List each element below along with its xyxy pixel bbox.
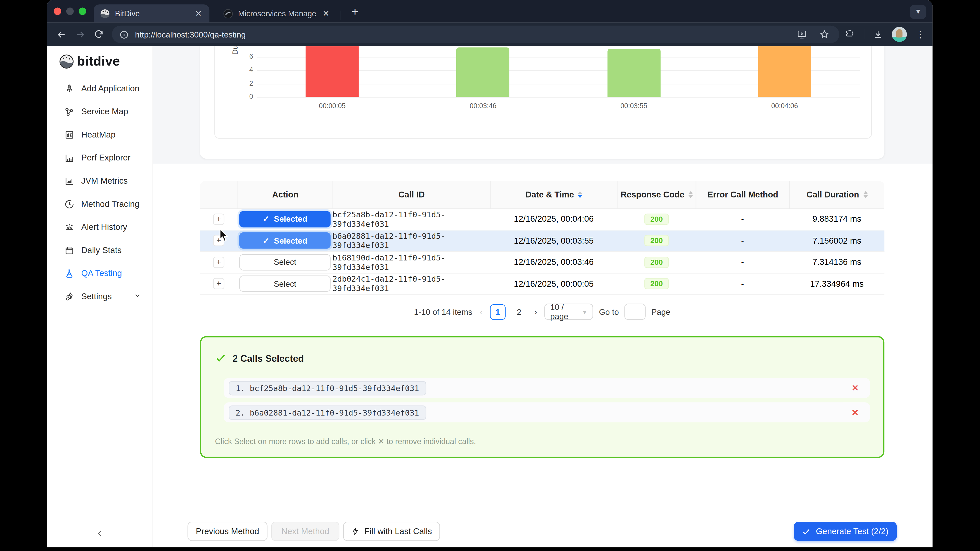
next-page-icon[interactable]: ›	[533, 307, 539, 317]
sidebar-collapse-button[interactable]	[96, 529, 104, 540]
page-button-1[interactable]: 1	[490, 304, 506, 319]
downloads-icon[interactable]	[873, 29, 883, 39]
settings-icon	[64, 291, 74, 301]
sidebar-item-add-application[interactable]: Add Application	[47, 77, 153, 100]
tab-divider	[341, 11, 341, 20]
page-button-2[interactable]: 2	[511, 304, 527, 319]
bookmark-star-icon[interactable]	[819, 29, 829, 39]
calls-table: Action Call ID Date & Time Response Code…	[200, 181, 885, 295]
sidebar-item-qa-testing[interactable]: QA Testing	[47, 262, 153, 285]
tab-close-icon[interactable]: ✕	[321, 9, 331, 18]
sidebar-item-service-map[interactable]: Service Map	[47, 100, 153, 123]
expand-row-button[interactable]: +	[213, 213, 224, 225]
remove-call-icon[interactable]: ✕	[851, 383, 859, 393]
heatmap-icon	[64, 130, 74, 140]
selected-call-row: 2. b6a02881-da12-11f0-91d5-39fd334ef031 …	[224, 402, 870, 422]
goto-page-input[interactable]	[625, 303, 646, 320]
site-info-icon[interactable]	[119, 30, 129, 39]
toolbar-divider	[864, 29, 864, 39]
tab-search-chevron-icon[interactable]: ▼	[910, 5, 926, 19]
sidebar-nav: Add Application Service Map HeatMap Perf…	[47, 77, 153, 308]
sidebar: bitdive Add Application Service Map Heat…	[47, 46, 153, 547]
panel-hint: Click Select on more rows to add calls, …	[215, 437, 476, 446]
response-code-badge: 200	[645, 235, 668, 246]
chart-bar[interactable]	[306, 46, 359, 97]
y-tick: 2	[242, 79, 253, 86]
sidebar-item-daily-stats[interactable]: Daily Stats	[47, 239, 153, 262]
generate-test-button[interactable]: Generate Test (2/2)	[794, 522, 897, 541]
duration-cell: 17.334964 ms	[789, 273, 884, 294]
reload-icon	[94, 29, 103, 39]
response-code-badge: 200	[645, 257, 668, 268]
call-id-cell: 2db024c1-da12-11f0-91d5-39fd334ef031	[332, 273, 490, 294]
check-icon: ✓	[262, 214, 269, 224]
chevron-down-icon[interactable]	[134, 292, 141, 301]
x-axis-line	[257, 97, 860, 97]
minimize-window-button[interactable]	[66, 7, 74, 15]
profile-avatar[interactable]	[892, 27, 907, 42]
tab-title: BitDive	[115, 9, 189, 18]
sidebar-item-label: Method Tracing	[81, 199, 139, 209]
panel-header: 2 Calls Selected	[215, 352, 304, 364]
previous-method-button[interactable]: Previous Method	[188, 522, 267, 541]
sidebar-item-label: HeatMap	[81, 130, 115, 139]
sidebar-item-label: Add Application	[81, 84, 139, 93]
pagination-summary: 1-10 of 14 items	[414, 307, 472, 317]
reload-button[interactable]	[89, 25, 108, 44]
back-icon	[56, 29, 67, 40]
expand-row-button[interactable]: +	[213, 257, 224, 268]
table-row: + Select 2db024c1-da12-11f0-91d5-39fd334…	[200, 273, 885, 295]
sidebar-item-method-tracing[interactable]: Method Tracing	[47, 192, 153, 216]
remove-call-icon[interactable]: ✕	[851, 407, 859, 417]
tab-microservices[interactable]: Microservices Management ✕	[217, 4, 337, 22]
forward-icon	[75, 29, 86, 40]
prev-page-icon[interactable]: ‹	[478, 307, 484, 317]
tab-bitdive[interactable]: BitDive ✕	[94, 4, 209, 22]
header-response-code[interactable]: Response Code	[617, 181, 696, 208]
select-call-button[interactable]: Select	[239, 254, 331, 270]
new-tab-button[interactable]: +	[347, 4, 363, 20]
error-method-cell: -	[696, 273, 789, 294]
pagination: 1-10 of 14 items ‹ 1 2 › 10 / page▼ Go t…	[200, 303, 885, 320]
page-size-select[interactable]: 10 / page▼	[545, 303, 593, 320]
check-icon	[802, 527, 811, 536]
browser-menu-icon[interactable]: ⋮	[916, 29, 925, 40]
chart-bar[interactable]	[607, 49, 660, 97]
tab-close-icon[interactable]: ✕	[194, 9, 203, 18]
sidebar-item-perf-explorer[interactable]: Perf Explorer	[47, 146, 153, 169]
select-call-button[interactable]: ✓Selected	[239, 211, 331, 227]
chevron-left-icon	[96, 529, 104, 538]
expand-row-button[interactable]: +	[213, 278, 224, 289]
bitdive-favicon	[100, 8, 110, 18]
window-controls	[54, 7, 86, 15]
x-tick: 00:03:46	[407, 102, 558, 109]
url-text[interactable]: http://localhost:3000/qa-testing	[135, 30, 797, 39]
back-button[interactable]	[52, 25, 70, 44]
fill-with-last-calls-button[interactable]: Fill with Last Calls	[343, 522, 440, 541]
chart-bar[interactable]	[457, 48, 510, 97]
x-tick: 00:04:06	[709, 102, 860, 109]
sort-icons[interactable]	[578, 191, 583, 198]
chart-bar[interactable]	[758, 46, 811, 97]
forward-button[interactable]	[71, 25, 89, 44]
table-header: Action Call ID Date & Time Response Code…	[200, 181, 885, 209]
extensions-icon[interactable]	[845, 29, 855, 39]
sidebar-item-heatmap[interactable]: HeatMap	[47, 123, 153, 146]
sort-icons[interactable]	[688, 191, 693, 198]
sidebar-item-jvm-metrics[interactable]: JVM Metrics	[47, 169, 153, 192]
address-bar[interactable]: http://localhost:3000/qa-testing	[112, 25, 839, 43]
sidebar-item-settings[interactable]: Settings	[47, 285, 153, 308]
next-method-button[interactable]: Next Method	[271, 522, 339, 541]
sort-icons[interactable]	[863, 191, 868, 198]
header-call-duration[interactable]: Call Duration	[789, 181, 884, 208]
sidebar-item-label: Perf Explorer	[81, 153, 130, 162]
rocket-icon	[64, 83, 74, 94]
tab-strip: BitDive ✕ Microservices Management ✕ + ▼	[47, 0, 932, 22]
close-window-button[interactable]	[54, 7, 61, 15]
select-call-button[interactable]: ✓Selected	[239, 233, 331, 249]
select-call-button[interactable]: Select	[239, 276, 331, 292]
sidebar-item-alert-history[interactable]: Alert History	[47, 216, 153, 239]
install-app-icon[interactable]	[797, 29, 807, 39]
header-date-time[interactable]: Date & Time	[490, 181, 617, 208]
zoom-window-button[interactable]	[79, 7, 86, 15]
